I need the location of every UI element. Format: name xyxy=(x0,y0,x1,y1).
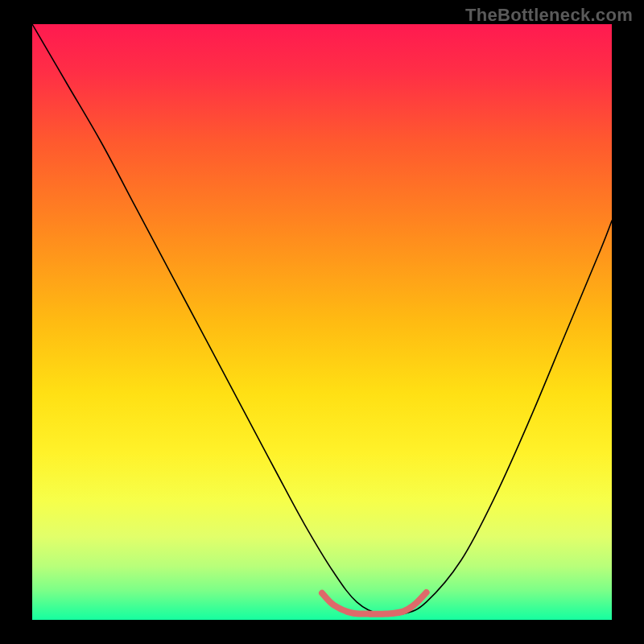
chart-frame: TheBottleneck.com xyxy=(0,0,644,644)
plot-area xyxy=(32,24,612,620)
gradient-background xyxy=(32,24,612,620)
watermark-text: TheBottleneck.com xyxy=(465,5,633,26)
bottleneck-chart xyxy=(32,24,612,620)
